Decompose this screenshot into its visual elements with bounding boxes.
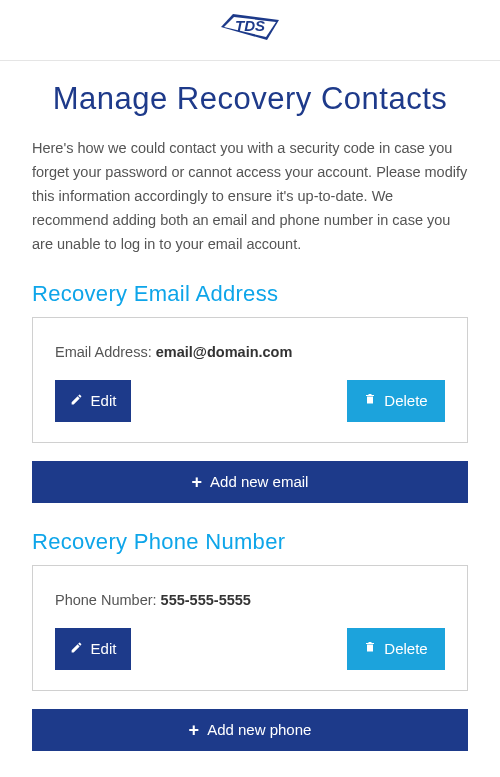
email-label: Email Address:: [55, 344, 156, 360]
trash-icon: [364, 392, 376, 409]
svg-text:TDS: TDS: [235, 17, 265, 34]
phone-row: Phone Number: 555-555-5555: [55, 592, 445, 608]
plus-icon: +: [189, 721, 200, 739]
phone-label: Phone Number:: [55, 592, 161, 608]
edit-phone-label: Edit: [91, 640, 117, 657]
phone-card: Phone Number: 555-555-5555 Edit Delete: [32, 565, 468, 691]
tds-logo: TDS: [211, 12, 289, 46]
email-card: Email Address: email@domain.com Edit Del…: [32, 317, 468, 443]
page-header: TDS: [0, 0, 500, 61]
delete-email-label: Delete: [384, 392, 427, 409]
add-phone-label: Add new phone: [207, 721, 311, 738]
delete-email-button[interactable]: Delete: [347, 380, 445, 422]
email-section-heading: Recovery Email Address: [32, 281, 468, 307]
delete-phone-label: Delete: [384, 640, 427, 657]
phone-value: 555-555-5555: [161, 592, 251, 608]
edit-email-label: Edit: [91, 392, 117, 409]
pencil-icon: [70, 640, 83, 657]
phone-section-heading: Recovery Phone Number: [32, 529, 468, 555]
plus-icon: +: [192, 473, 203, 491]
edit-phone-button[interactable]: Edit: [55, 628, 131, 670]
email-value: email@domain.com: [156, 344, 293, 360]
edit-email-button[interactable]: Edit: [55, 380, 131, 422]
trash-icon: [364, 640, 376, 657]
add-email-label: Add new email: [210, 473, 308, 490]
add-phone-button[interactable]: + Add new phone: [32, 709, 468, 751]
page-title: Manage Recovery Contacts: [32, 81, 468, 117]
add-email-button[interactable]: + Add new email: [32, 461, 468, 503]
intro-text: Here's how we could contact you with a s…: [32, 137, 468, 257]
email-row: Email Address: email@domain.com: [55, 344, 445, 360]
delete-phone-button[interactable]: Delete: [347, 628, 445, 670]
pencil-icon: [70, 392, 83, 409]
